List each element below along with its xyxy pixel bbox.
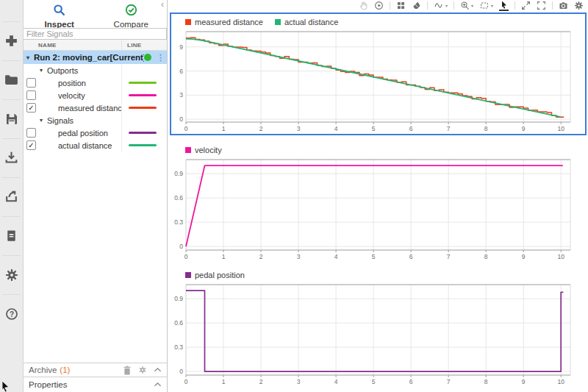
signal-line-swatch	[129, 82, 157, 84]
signal-checkbox[interactable]	[26, 128, 36, 138]
save-icon	[4, 112, 19, 126]
expander-icon[interactable]: ▾	[40, 67, 47, 74]
svg-text:6: 6	[409, 378, 413, 385]
signal-row[interactable]: ✓actual distance	[24, 139, 167, 152]
archive-bar[interactable]: Archive (1)	[24, 363, 167, 377]
signal-name: measured distance	[58, 104, 121, 113]
plot-legend: velocity	[173, 143, 584, 157]
properties-bar[interactable]: Properties	[24, 377, 167, 392]
filter-signals-input[interactable]	[24, 28, 167, 40]
svg-text:1: 1	[222, 253, 226, 260]
preferences-button[interactable]	[0, 255, 23, 294]
open-button[interactable]	[0, 60, 23, 99]
svg-text:0.3: 0.3	[174, 343, 183, 351]
save-button[interactable]	[0, 99, 23, 138]
svg-text:10: 10	[558, 125, 565, 132]
plot-area: ▾ ▾ ▾ measured distanceactual distance01…	[168, 0, 588, 392]
snapshot-button[interactable]	[559, 1, 568, 10]
legend-item[interactable]: measured distance	[185, 18, 263, 26]
clear-subplot-button[interactable]	[412, 1, 421, 10]
legend-item[interactable]: actual distance	[275, 18, 338, 26]
svg-text:3: 3	[297, 253, 301, 260]
signal-line-swatch	[129, 94, 157, 96]
expand-button[interactable]	[521, 1, 531, 10]
legend-item[interactable]: pedal position	[185, 271, 245, 279]
legend-swatch-icon	[275, 19, 281, 25]
svg-text:3: 3	[179, 91, 183, 99]
svg-text:9: 9	[179, 43, 183, 51]
subplot-1[interactable]: measured distanceactual distance01234567…	[170, 13, 587, 135]
fit-to-view-button[interactable]: ▾	[479, 1, 493, 10]
pan-button	[359, 1, 368, 10]
svg-text:10: 10	[558, 253, 565, 260]
plot-settings-button[interactable]	[574, 1, 584, 10]
signal-name: pedal position	[58, 129, 121, 138]
svg-text:0: 0	[184, 253, 188, 260]
signal-checkbox[interactable]: ✓	[26, 103, 36, 113]
archive-collapse-chevron-icon[interactable]	[154, 367, 162, 373]
legend-item[interactable]: velocity	[185, 146, 222, 154]
subplot-layout-button[interactable]	[396, 1, 406, 10]
svg-text:0: 0	[179, 368, 183, 375]
plot-canvas[interactable]: 0123456789100369	[173, 29, 578, 132]
archive-gear-icon[interactable]	[138, 366, 147, 374]
signal-checkbox[interactable]: ✓	[26, 140, 36, 150]
signal-name: velocity	[58, 91, 121, 100]
subplot-2[interactable]: velocity01234567891000.30.60.9	[170, 143, 587, 260]
archive-label: Archive	[29, 366, 57, 374]
eraser-icon	[412, 1, 421, 10]
subplot-3[interactable]: pedal position01234567891000.30.60.9	[170, 268, 587, 385]
new-button[interactable]	[0, 21, 23, 60]
signal-line-col	[121, 89, 167, 101]
import-button[interactable]	[0, 138, 23, 177]
group-row[interactable]: ▾Outports	[24, 64, 167, 76]
panel-tabs: Inspect Compare	[24, 0, 167, 28]
tab-inspect[interactable]: Inspect	[24, 0, 96, 28]
report-button[interactable]	[0, 216, 23, 255]
pointer-button[interactable]	[499, 0, 509, 11]
plot-toolbar: ▾ ▾ ▾	[170, 0, 587, 11]
import-icon	[4, 150, 19, 165]
signal-row[interactable]: velocity	[24, 89, 167, 101]
properties-collapse-chevron-icon[interactable]	[154, 382, 162, 388]
expand-diagonal-icon	[521, 1, 531, 10]
trash-icon[interactable]	[123, 366, 132, 375]
svg-text:8: 8	[484, 125, 488, 132]
signal-checkbox[interactable]	[26, 90, 36, 100]
help-button[interactable]: ?	[0, 294, 23, 333]
signal-row[interactable]: pedal position	[24, 126, 167, 139]
svg-text:0.3: 0.3	[174, 218, 183, 226]
fullscreen-button[interactable]	[537, 1, 546, 10]
signal-row[interactable]: position	[24, 76, 167, 89]
collapse-panel-chevron-icon[interactable]: ‹	[161, 1, 164, 8]
dropdown-caret-icon: ▾	[445, 3, 448, 8]
expander-icon[interactable]: ▾	[40, 117, 47, 124]
group-row[interactable]: ▾Signals	[24, 114, 167, 126]
svg-text:3: 3	[297, 125, 301, 132]
run-row[interactable]: ▾Run 2: moving_car[Current]⋮	[24, 51, 167, 64]
legend-swatch-icon	[185, 272, 191, 278]
svg-text:3: 3	[297, 378, 301, 385]
signal-checkbox[interactable]	[26, 78, 36, 88]
hand-icon	[359, 1, 368, 10]
zoom-in-button[interactable]: ▾	[460, 1, 473, 10]
legend-label: pedal position	[195, 271, 245, 279]
signal-line-col	[121, 126, 167, 139]
plot-canvas[interactable]: 01234567891000.30.60.9	[173, 282, 578, 385]
expander-icon[interactable]: ▾	[26, 54, 34, 61]
run-menu-icon[interactable]: ⋮	[157, 53, 165, 63]
signal-trace-options-button[interactable]: ▾	[434, 1, 448, 10]
signal-row[interactable]: ✓measured distance	[24, 101, 167, 114]
svg-text:9: 9	[522, 125, 526, 132]
plot-canvas[interactable]: 01234567891000.30.60.9	[173, 157, 578, 260]
tab-compare[interactable]: Compare	[96, 0, 168, 28]
signal-line-swatch	[129, 107, 157, 109]
table-header: NAME LINE	[24, 40, 167, 51]
svg-text:0: 0	[179, 115, 183, 123]
export-button[interactable]	[0, 177, 23, 216]
svg-text:0.9: 0.9	[174, 170, 183, 177]
check-circle-icon	[125, 4, 137, 18]
signal-name: actual distance	[58, 141, 121, 150]
toolbar-separator	[552, 1, 553, 10]
replay-button[interactable]	[374, 1, 384, 10]
